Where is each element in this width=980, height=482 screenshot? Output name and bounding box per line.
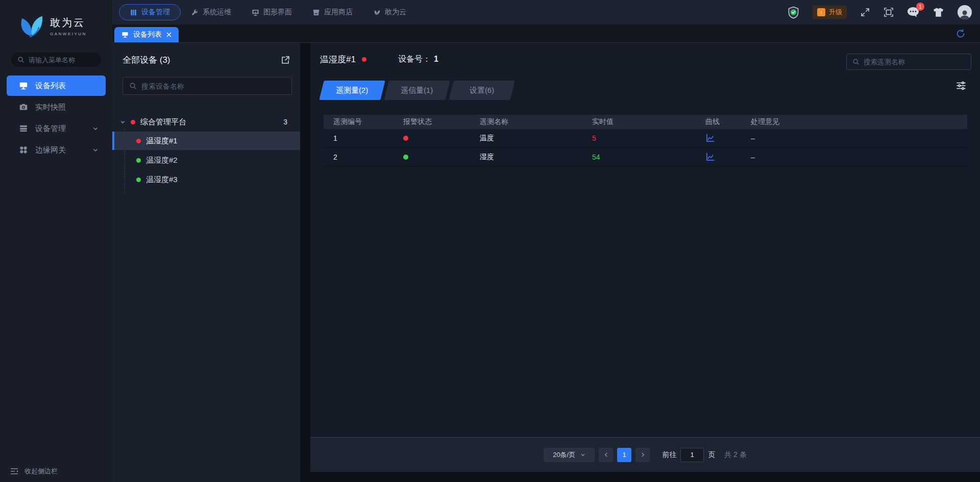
next-page-button[interactable] xyxy=(635,448,650,462)
tree-item-device-1[interactable]: 温湿度#1 xyxy=(112,132,300,150)
topnav-system-ops[interactable]: 系统运维 xyxy=(181,4,241,20)
cell-realtime-value: 5 xyxy=(592,134,705,142)
sidebar-search[interactable] xyxy=(11,53,101,67)
sidebar-item-label: 实时快照 xyxy=(35,103,99,112)
topnav-graphic-ui[interactable]: 图形界面 xyxy=(241,4,302,20)
sidebar-item-edge-gateway[interactable]: 边缘网关 xyxy=(7,140,106,160)
table-row: 2 湿度 54 – xyxy=(324,148,967,167)
sidebar-item-label: 边缘网关 xyxy=(35,145,92,155)
external-link-icon[interactable] xyxy=(280,55,290,65)
cell-opinion: – xyxy=(751,134,967,142)
tab-label: 遥测量(2) xyxy=(336,86,368,95)
logo-title: 敢为云 xyxy=(50,16,87,30)
search-icon xyxy=(17,56,24,63)
cell-telemetry-no: 1 xyxy=(333,134,403,142)
topnav-label: 设备管理 xyxy=(141,8,170,17)
topnav-label: 应用商店 xyxy=(324,8,353,17)
main-panel: 温湿度#1 设备号：1 xyxy=(310,43,980,472)
collapse-icon xyxy=(10,468,18,475)
topnav-ganweiyun[interactable]: 敢为云 xyxy=(363,4,416,20)
tree-item-label: 温湿度#3 xyxy=(146,175,178,185)
pagination-bar: 20条/页 1 前往 页 共 2 条 xyxy=(310,437,980,472)
device-panel: 全部设备 (3) 综合管理平台 3 xyxy=(112,43,300,482)
device-number: 设备号：1 xyxy=(398,54,438,65)
upgrade-button[interactable]: ↑ 升级 xyxy=(813,6,847,19)
bars-icon xyxy=(130,9,137,16)
device-number-value: 1 xyxy=(434,55,438,63)
telemetry-search[interactable] xyxy=(846,54,971,70)
screen-icon xyxy=(252,9,259,16)
refresh-icon[interactable] xyxy=(955,29,966,39)
chevron-left-icon xyxy=(603,452,609,458)
topnav-label: 图形界面 xyxy=(263,8,292,17)
chevron-right-icon xyxy=(640,452,646,458)
page-number-current[interactable]: 1 xyxy=(617,448,631,462)
status-dot-red xyxy=(136,139,141,143)
page-size-select[interactable]: 20条/页 xyxy=(544,448,595,462)
topbar-actions: ↑ 升级 1 xyxy=(788,5,972,19)
tree-item-label: 温湿度#2 xyxy=(146,156,178,165)
chevron-down-icon xyxy=(92,147,99,153)
telemetry-search-input[interactable] xyxy=(864,58,965,66)
cell-telemetry-name: 温度 xyxy=(480,134,592,143)
col-header: 曲线 xyxy=(705,117,751,126)
grid-icon xyxy=(19,145,28,155)
prev-page-button[interactable] xyxy=(599,448,613,462)
pager: 20条/页 1 前往 页 共 2 条 xyxy=(544,448,747,462)
logo-butterfly-icon xyxy=(17,12,45,40)
sidebar: 敢为云 GANWEIYUN 设备列表 xyxy=(0,0,112,482)
messages-button[interactable]: 1 xyxy=(907,7,919,18)
user-avatar[interactable] xyxy=(958,5,972,19)
sidebar-nav: 设备列表 实时快照 设备管理 xyxy=(0,75,112,160)
topnav-app-store[interactable]: 应用商店 xyxy=(302,4,363,20)
telemetry-tabs: 遥测量(2) 遥信量(1) 设置(6) xyxy=(322,81,980,100)
device-name: 温湿度#1 xyxy=(320,54,356,65)
theme-shirt-icon[interactable] xyxy=(933,7,944,17)
chevron-down-icon[interactable] xyxy=(120,119,126,125)
sidebar-item-device-list[interactable]: 设备列表 xyxy=(7,75,106,96)
chevron-down-icon xyxy=(92,125,99,132)
search-icon xyxy=(129,82,137,90)
filter-sliders-icon[interactable] xyxy=(956,81,966,91)
device-search-input[interactable] xyxy=(141,82,285,90)
page-size-value: 20条/页 xyxy=(553,450,575,460)
col-header: 遥测名称 xyxy=(480,117,592,126)
topnav-device-manage[interactable]: 设备管理 xyxy=(119,4,181,20)
tree-item-device-3[interactable]: 温湿度#3 xyxy=(112,170,300,189)
main-region: 温湿度#1 设备号：1 xyxy=(310,43,980,482)
cell-telemetry-name: 湿度 xyxy=(480,153,592,162)
security-shield-icon[interactable] xyxy=(788,6,799,19)
tab-label: 设置(6) xyxy=(470,86,494,95)
tree-root-label: 综合管理平台 xyxy=(140,117,283,127)
worktab-device-list[interactable]: 设备列表 xyxy=(114,27,179,42)
tree-item-device-2[interactable]: 温湿度#2 xyxy=(112,151,300,169)
tab-settings[interactable]: 设置(6) xyxy=(449,81,514,100)
tab-telemetry[interactable]: 遥测量(2) xyxy=(319,81,385,100)
top-nav: 设备管理 系统运维 图形界面 xyxy=(119,4,416,20)
sidebar-item-snapshot[interactable]: 实时快照 xyxy=(7,97,106,117)
curve-chart-icon[interactable] xyxy=(705,133,716,143)
sidebar-item-device-manage[interactable]: 设备管理 xyxy=(7,118,106,139)
fullscreen-expand-icon[interactable] xyxy=(860,7,870,17)
status-dot-green xyxy=(136,158,141,163)
device-search[interactable] xyxy=(122,77,292,95)
topbar: 设备管理 系统运维 图形界面 xyxy=(112,0,980,24)
cell-realtime-value: 54 xyxy=(592,153,705,161)
close-icon[interactable] xyxy=(166,32,172,37)
butterfly-icon xyxy=(373,9,381,16)
tree-children: 温湿度#1 温湿度#2 温湿度#3 xyxy=(112,132,300,189)
col-header: 实时值 xyxy=(592,117,705,126)
search-icon xyxy=(852,58,860,65)
collapse-sidebar-button[interactable]: 收起侧边栏 xyxy=(0,461,112,482)
curve-chart-icon[interactable] xyxy=(705,152,716,162)
frame-capture-icon[interactable] xyxy=(884,7,894,17)
sidebar-search-input[interactable] xyxy=(29,56,95,64)
telemetry-table: 遥测编号 报警状态 遥测名称 实时值 曲线 处理意见 1 温度 5 xyxy=(324,115,967,167)
camera-icon xyxy=(19,103,28,112)
goto-page-input[interactable] xyxy=(680,448,704,462)
col-header: 处理意见 xyxy=(751,117,967,126)
tab-telesignal[interactable]: 遥信量(1) xyxy=(384,81,450,100)
layers-icon xyxy=(19,124,28,133)
monitor-icon xyxy=(19,81,28,90)
tree-root-node[interactable]: 综合管理平台 3 xyxy=(112,115,300,129)
